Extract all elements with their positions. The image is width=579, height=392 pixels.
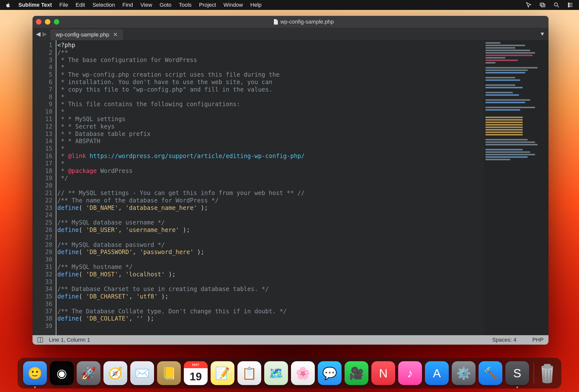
minimap-line — [486, 52, 535, 54]
code-line[interactable] — [57, 322, 484, 330]
code-line[interactable]: * installation. You don't have to use th… — [57, 79, 484, 86]
line-number: 6 — [34, 79, 52, 86]
code-line[interactable]: // ** MySQL settings - You can get this … — [57, 190, 484, 197]
code-line[interactable]: * @package WordPress — [57, 167, 484, 175]
spotlight-search-icon[interactable] — [553, 2, 560, 8]
code-line[interactable]: * * ABSPATH — [57, 138, 484, 145]
code-line[interactable]: define( 'DB_HOST', 'localhost' ); — [57, 271, 484, 278]
code-line[interactable]: define( 'DB_PASSWORD', 'password_here' )… — [57, 249, 484, 256]
code-line[interactable]: * * MySQL settings — [57, 116, 484, 123]
code-line[interactable] — [57, 301, 484, 308]
code-line[interactable]: * * Secret keys — [57, 123, 484, 131]
window-minimize-button[interactable] — [45, 19, 50, 25]
dock-app-reminders[interactable]: 📋 — [237, 361, 261, 385]
code-line[interactable]: * — [57, 160, 484, 167]
dock-app-messages[interactable]: 💬 — [318, 361, 342, 385]
minimap[interactable] — [484, 40, 549, 335]
menu-tools[interactable]: Tools — [179, 2, 192, 8]
dock-app-xcode[interactable]: 🔨 — [479, 361, 502, 385]
code-line[interactable]: /** — [57, 49, 484, 57]
line-number: 35 — [34, 293, 52, 301]
dock-app-appstore[interactable]: A — [425, 361, 449, 385]
status-cursor-position: Line 1, Column 1 — [49, 337, 90, 343]
code-line[interactable]: define( 'DB_CHARSET', 'utf8' ); — [57, 293, 484, 301]
code-editor[interactable]: <?php/** * The base configuration for Wo… — [56, 40, 484, 335]
code-line[interactable]: * — [57, 108, 484, 116]
line-number: 8 — [34, 93, 52, 101]
dock-app-maps[interactable]: 🗺️ — [264, 361, 288, 385]
menu-project[interactable]: Project — [199, 2, 216, 8]
code-line[interactable]: * This file contains the following confi… — [57, 101, 484, 108]
code-line[interactable] — [57, 234, 484, 241]
code-line[interactable]: * The base configuration for WordPress — [57, 57, 484, 64]
apple-logo-icon[interactable] — [5, 2, 11, 8]
menu-edit[interactable]: Edit — [76, 2, 85, 8]
code-line[interactable]: /** The Database Collate type. Don't cha… — [57, 308, 484, 315]
code-line[interactable]: * copy this file to "wp-config.php" and … — [57, 86, 484, 93]
menu-file[interactable]: File — [59, 2, 68, 8]
line-number: 14 — [34, 138, 52, 145]
menu-window[interactable]: Window — [223, 2, 243, 8]
code-line[interactable]: * — [57, 64, 484, 71]
sidebar-toggle-icon[interactable] — [37, 337, 43, 343]
code-line[interactable]: define( 'DB_USER', 'username_here' ); — [57, 227, 484, 234]
dock-app-siri[interactable]: ◉ — [50, 361, 74, 385]
dock-app-finder[interactable]: 🙂 — [23, 361, 47, 385]
code-line[interactable]: <?php — [57, 42, 484, 49]
dock-app-contacts[interactable]: 📒 — [157, 361, 181, 385]
screen-mirroring-icon[interactable] — [539, 2, 546, 8]
menu-help[interactable]: Help — [250, 2, 261, 8]
menu-selection[interactable]: Selection — [92, 2, 115, 8]
code-line[interactable]: /** MySQL database password */ — [57, 241, 484, 249]
window-close-button[interactable] — [36, 19, 41, 25]
dock-trash[interactable] — [539, 362, 556, 384]
menu-find[interactable]: Find — [122, 2, 133, 8]
dock-app-launchpad[interactable]: 🚀 — [77, 361, 100, 385]
menubar-app-name[interactable]: Sublime Text — [18, 2, 52, 8]
minimap-line — [486, 70, 528, 71]
code-line[interactable]: */ — [57, 175, 484, 182]
dock-app-news[interactable]: N — [371, 361, 395, 385]
code-line[interactable]: * — [57, 93, 484, 101]
tab-close-button[interactable]: ✕ — [113, 31, 118, 38]
code-line[interactable]: /** Database Charset to use in creating … — [57, 286, 484, 293]
tab-overflow-icon[interactable]: ▼ — [540, 31, 545, 37]
code-line[interactable]: /** MySQL hostname */ — [57, 263, 484, 271]
control-center-icon[interactable] — [567, 2, 574, 8]
status-indentation[interactable]: Spaces: 4 — [492, 337, 516, 343]
minimap-line — [486, 127, 523, 128]
code-line[interactable]: * — [57, 145, 484, 153]
dock-app-safari[interactable]: 🧭 — [103, 361, 127, 385]
nav-forward-icon[interactable]: ▶ — [42, 30, 47, 37]
code-line[interactable] — [57, 212, 484, 219]
window-zoom-button[interactable] — [54, 19, 59, 25]
sublime-window: wp-config-sample.php ◀ ▶ wp-config-sampl… — [32, 16, 549, 345]
code-line[interactable] — [57, 182, 484, 190]
line-number: 18 — [34, 167, 52, 175]
code-line[interactable] — [57, 256, 484, 263]
minimap-line — [486, 149, 523, 150]
window-titlebar[interactable]: wp-config-sample.php — [32, 16, 549, 28]
code-line[interactable] — [57, 278, 484, 286]
menu-view[interactable]: View — [141, 2, 152, 8]
dock-app-itunes[interactable]: ♪ — [398, 361, 422, 385]
menu-goto[interactable]: Goto — [159, 2, 171, 8]
status-syntax[interactable]: PHP — [532, 337, 544, 343]
code-line[interactable]: /** MySQL database username */ — [57, 219, 484, 227]
tab-active[interactable]: wp-config-sample.php ✕ — [50, 29, 123, 40]
code-line[interactable]: * The wp-config.php creation script uses… — [57, 71, 484, 79]
dock-app-calendar[interactable]: MAY19 — [184, 361, 208, 385]
dock-app-mail[interactable]: ✉️ — [130, 361, 154, 385]
dock-app-facetime[interactable]: 🎥 — [345, 361, 368, 385]
code-line[interactable]: * @link https://wordpress.org/support/ar… — [57, 153, 484, 160]
nav-back-icon[interactable]: ◀ — [36, 30, 40, 37]
code-line[interactable]: * * Database table prefix — [57, 131, 484, 138]
dock-app-sublime[interactable]: S — [505, 361, 529, 385]
code-line[interactable]: /** The name of the database for WordPre… — [57, 197, 484, 204]
dock-app-notes[interactable]: 📝 — [211, 361, 234, 385]
code-line[interactable]: define( 'DB_COLLATE', '' ); — [57, 315, 484, 322]
dock-app-photos[interactable]: 🌸 — [291, 361, 315, 385]
dock-app-systemprefs[interactable]: ⚙️ — [452, 361, 476, 385]
code-line[interactable]: define( 'DB_NAME', 'database_name_here' … — [57, 204, 484, 212]
cursor-icon[interactable] — [525, 2, 532, 8]
